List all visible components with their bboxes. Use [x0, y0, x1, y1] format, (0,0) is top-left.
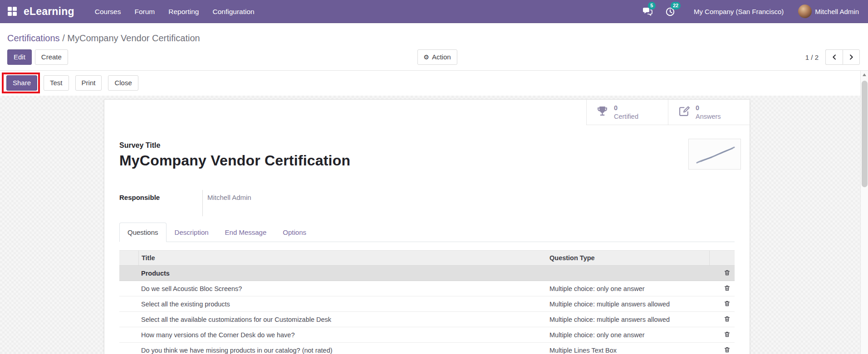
test-button[interactable]: Test — [44, 75, 69, 91]
form-action-buttons-row: Share Test Print Close — [0, 70, 868, 96]
responsible-label: Responsible — [119, 190, 202, 216]
scrollbar-thumb[interactable] — [862, 81, 868, 187]
menu-item[interactable]: Courses — [88, 0, 128, 23]
company-switcher[interactable]: My Company (San Francisco) — [694, 8, 784, 15]
responsible-value[interactable]: Mitchell Admin — [202, 190, 735, 216]
question-title-cell: Select all the available customizations … — [138, 316, 547, 323]
delete-row-button[interactable] — [719, 296, 735, 311]
trash-icon — [724, 285, 731, 293]
question-title-cell: Products — [138, 270, 547, 277]
trash-icon — [724, 331, 731, 339]
tab[interactable]: End Message — [217, 223, 275, 242]
menu-item[interactable]: Reporting — [162, 0, 206, 23]
certified-count: 0 — [614, 104, 638, 112]
question-title-cell: How many versions of the Corner Desk do … — [138, 331, 547, 339]
table-row[interactable]: Products — [119, 266, 735, 281]
action-button[interactable]: ⚙ Action — [417, 49, 457, 65]
page-title: MyCompany Vendor Certification — [119, 152, 735, 169]
trash-icon — [724, 315, 731, 324]
top-navbar: eLearning Courses Forum Reporting Config… — [0, 0, 868, 23]
question-type-cell: Multiple choice: multiple answers allowe… — [547, 316, 709, 323]
delete-row-button[interactable] — [719, 312, 735, 327]
pager-previous-button[interactable] — [825, 49, 843, 65]
table-row[interactable]: How many versions of the Corner Desk do … — [119, 327, 735, 343]
delete-row-button[interactable] — [719, 327, 735, 342]
trash-icon — [724, 300, 731, 308]
vertical-scrollbar[interactable] — [860, 71, 868, 354]
create-button[interactable]: Create — [35, 49, 68, 65]
question-type-cell: Multiple choice: only one answer — [547, 285, 709, 292]
pager-next-button[interactable] — [843, 49, 860, 65]
answers-count: 0 — [696, 104, 721, 112]
question-title-cell: Select all the existing products — [138, 301, 547, 308]
print-button[interactable]: Print — [75, 75, 102, 91]
app-title[interactable]: eLearning — [24, 5, 74, 18]
answers-label: Answers — [696, 112, 721, 121]
form-view-background: 0 Certified 0 Answers — [0, 96, 868, 354]
control-panel: Certifications / MyCompany Vendor Certif… — [0, 23, 868, 70]
table-row[interactable]: Do we sell Acoustic Bloc Screens? Multip… — [119, 281, 735, 296]
delete-row-button[interactable] — [719, 281, 735, 296]
control-buttons-row: Edit Create ⚙ Action 1 / 2 — [7, 49, 861, 70]
table-header-row: Title Question Type — [119, 250, 735, 266]
table-row[interactable]: Select all the available customizations … — [119, 312, 735, 327]
tab[interactable]: Options — [275, 223, 314, 242]
notebook-tabs: Questions Description End Message Option… — [119, 223, 735, 242]
pager: 1 / 2 — [805, 49, 861, 65]
navbar-right: 5 22 My Company (San Francisco) Mitchell… — [642, 5, 861, 18]
close-button[interactable]: Close — [108, 75, 138, 91]
apps-grid-icon[interactable] — [7, 6, 17, 16]
column-header-title: Title — [138, 251, 547, 265]
main-menu: Courses Forum Reporting Configuration — [88, 0, 261, 23]
delete-row-button[interactable] — [719, 343, 735, 354]
form-sheet: 0 Certified 0 Answers — [104, 99, 750, 354]
question-title-cell: Do you think we have missing products in… — [138, 347, 547, 354]
table-row[interactable]: Do you think we have missing products in… — [119, 343, 735, 354]
column-header-question-type: Question Type — [547, 254, 709, 262]
user-name: Mitchell Admin — [815, 8, 859, 15]
menu-item[interactable]: Forum — [128, 0, 162, 23]
question-type-cell: Multiple choice: multiple answers allowe… — [547, 301, 709, 308]
form-fields: Survey Title MyCompany Vendor Certificat… — [104, 100, 750, 354]
activities-clock-icon[interactable]: 22 — [665, 6, 676, 17]
survey-title-label: Survey Title — [119, 141, 735, 150]
answers-stat-button[interactable]: 0 Answers — [668, 100, 750, 125]
tab[interactable]: Description — [167, 223, 217, 242]
tab[interactable]: Questions — [119, 223, 167, 242]
messages-badge: 5 — [648, 2, 656, 10]
user-avatar — [798, 5, 812, 18]
delete-row-button[interactable] — [719, 266, 735, 281]
table-row[interactable]: Select all the existing products Multipl… — [119, 296, 735, 312]
share-button[interactable]: Share — [6, 75, 37, 91]
trophy-icon — [597, 106, 608, 119]
breadcrumb-separator: / — [60, 33, 68, 43]
certified-stat-button[interactable]: 0 Certified — [586, 100, 668, 125]
scrollbar-up-arrow[interactable] — [861, 71, 868, 78]
activities-badge: 22 — [671, 2, 681, 10]
gear-icon: ⚙ — [423, 54, 429, 60]
question-title-cell: Do we sell Acoustic Bloc Screens? — [138, 285, 547, 292]
question-type-cell: Multiple choice: only one answer — [547, 331, 709, 339]
breadcrumb: Certifications / MyCompany Vendor Certif… — [7, 31, 861, 45]
question-type-cell: Multiple Lines Text Box — [547, 347, 709, 354]
certified-label: Certified — [614, 112, 638, 121]
messages-icon[interactable]: 5 — [642, 6, 653, 17]
survey-badge-image — [688, 139, 741, 170]
responsible-field: Responsible Mitchell Admin — [119, 190, 735, 216]
pencil-square-icon — [678, 106, 690, 119]
table-body: Products — [119, 266, 735, 354]
breadcrumb-current: MyCompany Vendor Certification — [67, 33, 200, 43]
breadcrumb-certifications[interactable]: Certifications — [7, 33, 60, 43]
edit-button[interactable]: Edit — [7, 49, 32, 65]
trash-icon — [724, 269, 731, 277]
menu-item[interactable]: Configuration — [206, 0, 261, 23]
pager-count: 1 / 2 — [805, 53, 819, 61]
questions-table: Title Question Type Products — [119, 250, 735, 354]
user-menu[interactable]: Mitchell Admin — [798, 5, 859, 18]
stat-buttons: 0 Certified 0 Answers — [586, 100, 750, 125]
trash-icon — [724, 346, 731, 354]
